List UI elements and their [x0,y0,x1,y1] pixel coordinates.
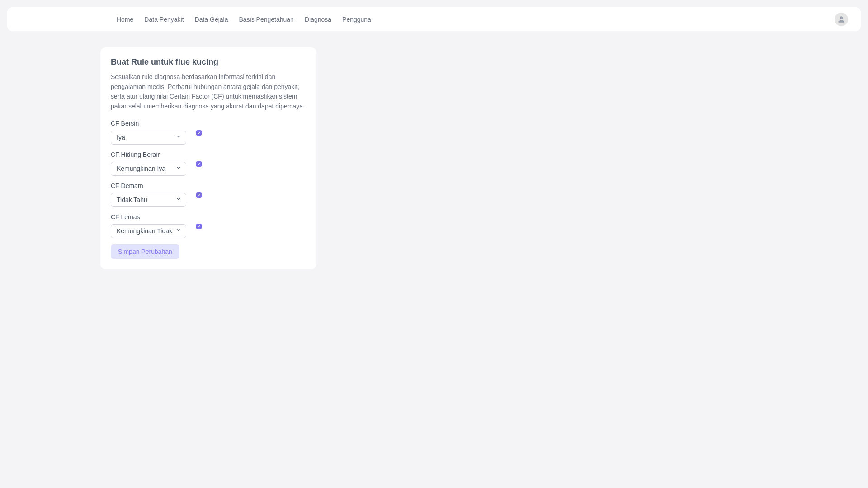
rule-card: Buat Rule untuk flue kucing Sesuaikan ru… [100,47,316,269]
check-icon [197,162,201,166]
nav-link-data-penyakit[interactable]: Data Penyakit [139,12,189,27]
avatar[interactable] [835,13,848,26]
form-row: CF Lemas Kemungkinan Tidak [111,213,306,238]
nav-link-data-gejala[interactable]: Data Gejala [189,12,234,27]
nav-link-diagnosa[interactable]: Diagnosa [299,12,337,27]
form-row: CF Bersin Iya [111,120,306,145]
select-hidung[interactable]: Kemungkinan Iya [111,162,186,176]
field-label-demam: CF Demam [111,182,186,189]
select-bersin[interactable]: Iya [111,131,186,145]
checkbox-demam[interactable] [196,192,202,198]
form-list: CF Bersin Iya CF Hidung B [111,120,306,244]
check-icon [197,193,201,197]
nav-links: Home Data Penyakit Data Gejala Basis Pen… [111,12,377,27]
submit-button[interactable]: Simpan Perubahan [111,244,179,259]
select-demam[interactable]: Tidak Tahu [111,193,186,207]
nav-link-pengguna[interactable]: Pengguna [337,12,377,27]
select-lemas[interactable]: Kemungkinan Tidak [111,224,186,238]
field-label-lemas: CF Lemas [111,213,186,221]
card-title: Buat Rule untuk flue kucing [111,57,306,67]
nav-link-basis-pengetahuan[interactable]: Basis Pengetahuan [233,12,299,27]
check-icon [197,131,201,135]
checkbox-bersin[interactable] [196,130,202,136]
field-label-bersin: CF Bersin [111,120,186,127]
nav-link-home[interactable]: Home [111,12,139,27]
main-content: Buat Rule untuk flue kucing Sesuaikan ru… [0,38,868,269]
user-icon [837,15,846,24]
form-row: CF Demam Tidak Tahu [111,182,306,207]
check-icon [197,225,201,228]
navbar: Home Data Penyakit Data Gejala Basis Pen… [7,7,861,31]
checkbox-hidung[interactable] [196,161,202,167]
form-row: CF Hidung Berair Kemungkinan Iya [111,151,306,176]
card-description: Sesuaikan rule diagnosa berdasarkan info… [111,72,306,112]
field-label-hidung: CF Hidung Berair [111,151,186,158]
checkbox-lemas[interactable] [196,224,202,229]
